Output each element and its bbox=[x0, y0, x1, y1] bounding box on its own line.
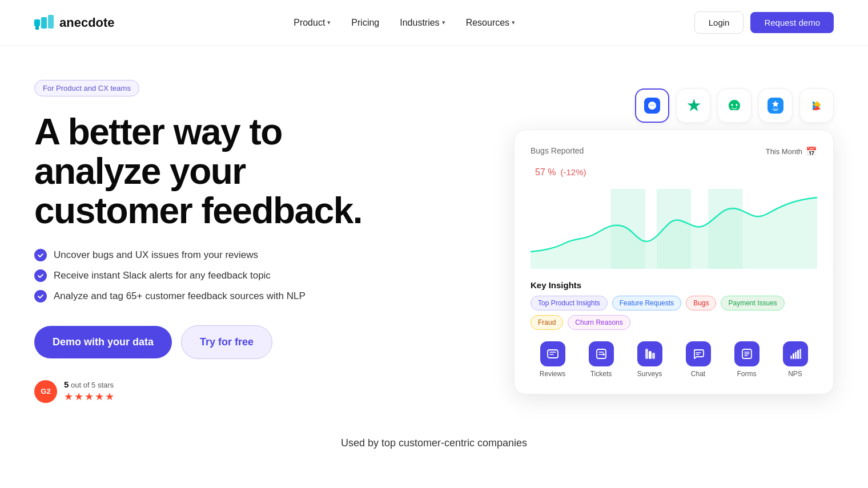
svg-rect-22 bbox=[797, 350, 799, 359]
source-surveys[interactable]: Surveys bbox=[628, 341, 672, 378]
chat-label: Chat bbox=[691, 370, 705, 378]
dashboard-card: Bugs Reported 57 %(-12%) This Month 📅 bbox=[514, 130, 834, 394]
nav-pricing[interactable]: Pricing bbox=[343, 13, 387, 33]
feature-item: Receive instant Slack alerts for any fee… bbox=[34, 269, 362, 282]
source-nps[interactable]: NPS bbox=[773, 341, 817, 378]
hero-right: ★ bbox=[514, 88, 834, 394]
star-icon: ★ bbox=[95, 390, 104, 403]
svg-rect-19 bbox=[790, 356, 792, 359]
reviews-label: Reviews bbox=[540, 370, 565, 378]
source-reviews[interactable]: Reviews bbox=[531, 341, 574, 378]
bottom-text: Used by top customer-centric companies bbox=[0, 426, 868, 455]
surveymonkey-icon[interactable] bbox=[717, 88, 752, 123]
chart-area bbox=[531, 189, 817, 269]
card-metric: Bugs Reported 57 %(-12%) bbox=[531, 146, 586, 180]
hero-features: Uncover bugs and UX issues from your rev… bbox=[34, 249, 362, 303]
svg-rect-1 bbox=[41, 17, 47, 29]
svg-point-5 bbox=[732, 104, 733, 106]
tag-feature-requests[interactable]: Feature Requests bbox=[612, 296, 681, 310]
chevron-down-icon: ▾ bbox=[442, 19, 445, 26]
surveys-icon bbox=[637, 341, 662, 366]
star-icon: ★ bbox=[64, 390, 73, 403]
playstore-icon[interactable] bbox=[799, 88, 834, 123]
tickets-label: Tickets bbox=[590, 370, 612, 378]
hero-section: For Product and CX teams A better way to… bbox=[0, 46, 868, 426]
feature-item: Uncover bugs and UX issues from your rev… bbox=[34, 249, 362, 261]
source-icons-row: ★ bbox=[514, 88, 834, 123]
card-period: This Month 📅 bbox=[766, 146, 817, 157]
source-tickets[interactable]: Tickets bbox=[579, 341, 623, 378]
hero-cta: Demo with your data Try for free bbox=[34, 325, 362, 359]
logo-text: anecdote bbox=[59, 15, 115, 30]
hero-badge: For Product and CX teams bbox=[34, 80, 139, 96]
nav-product[interactable]: Product ▾ bbox=[286, 13, 339, 33]
nav-industries[interactable]: Industries ▾ bbox=[392, 13, 453, 33]
tickets-icon bbox=[589, 341, 614, 366]
request-demo-button[interactable]: Request demo bbox=[750, 12, 834, 33]
forms-label: Forms bbox=[737, 370, 757, 378]
chat-icon bbox=[686, 341, 711, 366]
rating-text: 5 out of 5 stars bbox=[64, 380, 114, 389]
check-icon bbox=[34, 290, 47, 303]
navbar: anecdote Product ▾ Pricing Industries ▾ … bbox=[0, 0, 868, 46]
forms-icon bbox=[734, 341, 760, 366]
calendar-icon: 📅 bbox=[806, 146, 817, 157]
svg-rect-15 bbox=[645, 349, 648, 359]
login-button[interactable]: Login bbox=[694, 11, 744, 34]
nps-icon bbox=[783, 341, 808, 366]
reviews-icon bbox=[540, 341, 565, 366]
metric-label: Bugs Reported bbox=[531, 146, 586, 155]
tag-payment-issues[interactable]: Payment Issues bbox=[721, 296, 784, 310]
intercom-icon[interactable] bbox=[635, 88, 669, 123]
nps-label: NPS bbox=[788, 370, 802, 378]
feature-item: Analyze and tag 65+ customer feedback so… bbox=[34, 290, 362, 303]
nav-links: Product ▾ Pricing Industries ▾ Resources… bbox=[286, 13, 523, 33]
source-buttons: Reviews Tickets Surveys bbox=[531, 341, 817, 378]
metric-value: 57 %(-12%) bbox=[531, 159, 586, 180]
surveys-label: Surveys bbox=[637, 370, 662, 378]
svg-rect-12 bbox=[548, 350, 558, 358]
svg-rect-2 bbox=[48, 15, 54, 29]
card-header: Bugs Reported 57 %(-12%) This Month 📅 bbox=[531, 146, 817, 180]
nav-resources[interactable]: Resources ▾ bbox=[458, 13, 523, 33]
tag-product-insights[interactable]: Top Product Insights bbox=[531, 296, 608, 310]
tag-bugs[interactable]: Bugs bbox=[686, 296, 716, 310]
nav-actions: Login Request demo bbox=[694, 11, 834, 34]
source-chat[interactable]: Chat bbox=[676, 341, 720, 378]
svg-rect-16 bbox=[649, 351, 652, 359]
hero-title: A better way to analyze your customer fe… bbox=[34, 112, 362, 231]
try-free-button[interactable]: Try for free bbox=[181, 325, 272, 359]
logo[interactable]: anecdote bbox=[34, 15, 115, 31]
hero-rating: G2 5 out of 5 stars ★ ★ ★ ★ ★ bbox=[34, 380, 362, 403]
rating-info: 5 out of 5 stars ★ ★ ★ ★ ★ bbox=[64, 380, 114, 403]
svg-point-14 bbox=[602, 353, 605, 356]
trustpilot-icon[interactable]: ★ bbox=[676, 88, 710, 123]
svg-rect-21 bbox=[795, 352, 797, 359]
star-icon: ★ bbox=[74, 390, 83, 403]
svg-rect-17 bbox=[652, 353, 655, 359]
insight-tags: Top Product Insights Feature Requests Bu… bbox=[531, 296, 817, 330]
svg-rect-20 bbox=[793, 353, 794, 359]
hero-left: For Product and CX teams A better way to… bbox=[34, 80, 362, 403]
tag-churn-reasons[interactable]: Churn Reasons bbox=[568, 315, 630, 330]
source-forms[interactable]: Forms bbox=[725, 341, 769, 378]
chevron-down-icon: ▾ bbox=[512, 19, 515, 26]
tag-fraud[interactable]: Fraud bbox=[531, 315, 563, 330]
check-icon bbox=[34, 269, 47, 282]
svg-rect-0 bbox=[34, 19, 40, 26]
insights-label: Key Insights bbox=[531, 280, 817, 290]
demo-button[interactable]: Demo with your data bbox=[34, 326, 172, 358]
stars: ★ ★ ★ ★ ★ bbox=[64, 390, 114, 403]
check-icon bbox=[34, 249, 47, 261]
chevron-down-icon: ▾ bbox=[327, 19, 331, 26]
svg-rect-3 bbox=[35, 26, 39, 30]
star-icon: ★ bbox=[105, 390, 114, 403]
svg-rect-23 bbox=[799, 349, 801, 359]
star-icon: ★ bbox=[85, 390, 94, 403]
g2-badge: G2 bbox=[34, 380, 57, 403]
svg-point-6 bbox=[736, 104, 738, 106]
appstore-icon[interactable] bbox=[758, 88, 793, 123]
